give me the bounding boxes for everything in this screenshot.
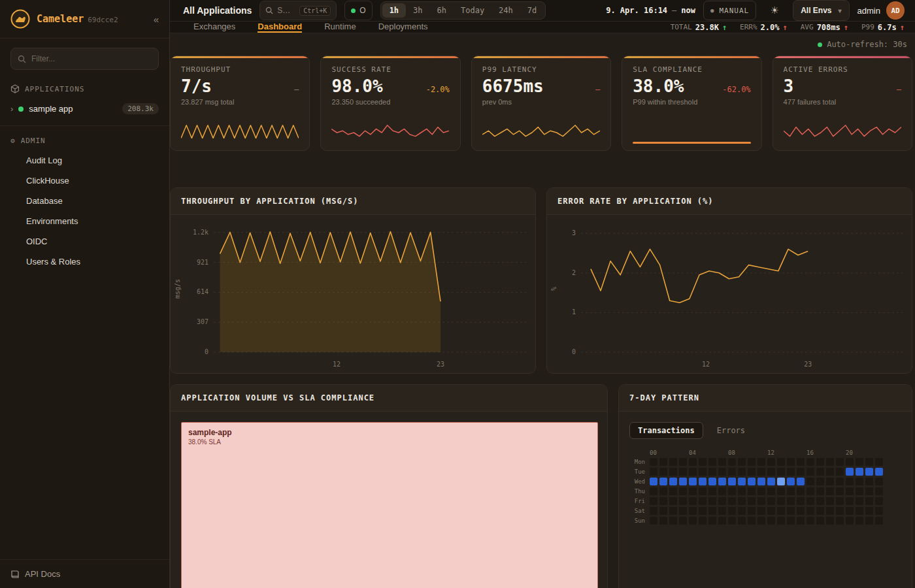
heatmap-cell[interactable] [826, 487, 834, 495]
kpi-card-throughput[interactable]: THROUGHPUT 7/s – 23.827 msg total [170, 56, 310, 151]
heatmap-cell[interactable] [875, 468, 883, 476]
heatmap-cell[interactable] [826, 517, 834, 525]
heatmap-cell[interactable] [816, 468, 824, 476]
heatmap-cell[interactable] [718, 497, 726, 505]
heatmap-cell[interactable] [689, 468, 697, 476]
heatmap-cell[interactable] [767, 517, 775, 525]
heatmap-cell[interactable] [718, 487, 726, 495]
heatmap-cell[interactable] [757, 487, 765, 495]
heatmap-cell[interactable] [865, 487, 873, 495]
heatmap-cell[interactable] [659, 458, 667, 466]
heatmap-cell[interactable] [875, 478, 883, 485]
heatmap-cell[interactable] [875, 497, 883, 505]
heatmap-cell[interactable] [865, 458, 873, 466]
heatmap-cell[interactable] [728, 497, 736, 505]
heatmap-cell[interactable] [728, 468, 736, 476]
heatmap-cell[interactable] [699, 507, 707, 515]
heatmap-cell[interactable] [650, 497, 657, 505]
heatmap-cell[interactable] [748, 478, 756, 485]
heatmap-cell[interactable] [797, 487, 805, 495]
heatmap-cell[interactable] [748, 487, 756, 495]
range-7d[interactable]: 7d [520, 3, 544, 18]
heatmap-cell[interactable] [699, 458, 707, 466]
heatmap-cell[interactable] [816, 478, 824, 485]
heatmap-cell[interactable] [846, 497, 854, 505]
collapse-sidebar-button[interactable]: « [154, 14, 159, 25]
heatmap-cell[interactable] [728, 487, 736, 495]
tab-exchanges[interactable]: Exchanges [193, 22, 235, 33]
heatmap-cell[interactable] [787, 458, 795, 466]
heatmap-cell[interactable] [689, 497, 697, 505]
sidebar-item-database[interactable]: Database [0, 191, 169, 211]
heatmap-cell[interactable] [708, 478, 716, 485]
heatmap-cell[interactable] [650, 478, 657, 485]
sidebar-item-audit-log[interactable]: Audit Log [0, 150, 169, 171]
kpi-card-active-errors[interactable]: ACTIVE ERRORS 3 – 477 failures total [773, 56, 912, 151]
heatmap-cell[interactable] [718, 458, 726, 466]
heatmap-cell[interactable] [738, 458, 746, 466]
heatmap-cell[interactable] [708, 468, 716, 476]
heatmap-cell[interactable] [748, 497, 756, 505]
heatmap-cell[interactable] [865, 517, 873, 525]
heatmap-cell[interactable] [787, 507, 795, 515]
heatmap-cell[interactable] [787, 478, 795, 485]
environment-select[interactable]: All Envs ▾ [793, 0, 849, 21]
heatmap-cell[interactable] [875, 517, 883, 525]
heatmap-cell[interactable] [728, 517, 736, 525]
heatmap-cell[interactable] [679, 478, 687, 485]
heatmap-cell[interactable] [679, 487, 687, 495]
sidebar-item-sample-app[interactable]: › sample app 208.3k [0, 99, 169, 119]
heatmap-cell[interactable] [826, 507, 834, 515]
heatmap-cell[interactable] [767, 487, 775, 495]
heatmap-cell[interactable] [679, 468, 687, 476]
heatmap-cell[interactable] [777, 497, 785, 505]
avatar[interactable]: AD [886, 1, 905, 20]
heatmap-cell[interactable] [718, 507, 726, 515]
heatmap-cell[interactable] [787, 487, 795, 495]
heatmap-cell[interactable] [728, 478, 736, 485]
heatmap-cell[interactable] [659, 507, 667, 515]
heatmap-cell[interactable] [787, 497, 795, 505]
heatmap-cell[interactable] [856, 468, 863, 476]
heatmap-cell[interactable] [807, 507, 814, 515]
heatmap-cell[interactable] [797, 468, 805, 476]
heatmap-cell[interactable] [748, 517, 756, 525]
heatmap-cell[interactable] [738, 468, 746, 476]
heatmap-cell[interactable] [718, 478, 726, 485]
sidebar-item-users-roles[interactable]: Users & Roles [0, 252, 169, 272]
heatmap-cell[interactable] [856, 497, 863, 505]
heatmap-cell[interactable] [757, 517, 765, 525]
heatmap-cell[interactable] [816, 487, 824, 495]
heatmap-cell[interactable] [728, 458, 736, 466]
heatmap-cell[interactable] [718, 517, 726, 525]
heatmap-cell[interactable] [757, 478, 765, 485]
heatmap-cell[interactable] [856, 478, 863, 485]
heatmap-cell[interactable] [865, 468, 873, 476]
kpi-card-p99-latency[interactable]: P99 LATENCY 6675ms – prev 0ms [471, 56, 611, 151]
heatmap-cell[interactable] [689, 458, 697, 466]
heatmap-cell[interactable] [689, 517, 697, 525]
heatmap-cell[interactable] [787, 468, 795, 476]
heatmap-cell[interactable] [767, 507, 775, 515]
heatmap-cell[interactable] [669, 458, 677, 466]
heatmap-cell[interactable] [738, 478, 746, 485]
heatmap-cell[interactable] [738, 507, 746, 515]
heatmap-cell[interactable] [650, 517, 657, 525]
heatmap-cell[interactable] [846, 517, 854, 525]
api-docs-link[interactable]: API Docs [0, 559, 169, 588]
heatmap-cell[interactable] [699, 468, 707, 476]
heatmap-cell[interactable] [816, 517, 824, 525]
heatmap-cell[interactable] [669, 478, 677, 485]
heatmap-cell[interactable] [757, 458, 765, 466]
heatmap-cell[interactable] [757, 507, 765, 515]
heatmap-cell[interactable] [807, 497, 814, 505]
heatmap-cell[interactable] [708, 458, 716, 466]
heatmap-cell[interactable] [875, 458, 883, 466]
heatmap-cell[interactable] [767, 497, 775, 505]
heatmap-cell[interactable] [738, 517, 746, 525]
user-menu[interactable]: admin AD [857, 1, 905, 20]
heatmap-cell[interactable] [650, 487, 657, 495]
heatmap-cell[interactable] [659, 468, 667, 476]
heatmap-cell[interactable] [826, 468, 834, 476]
heatmap-cell[interactable] [738, 487, 746, 495]
